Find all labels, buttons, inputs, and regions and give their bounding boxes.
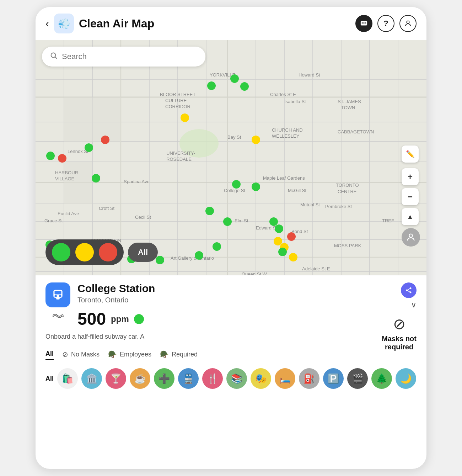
cat-parking[interactable]: 🅿️ [323, 368, 344, 389]
header-icons: ? [355, 15, 417, 32]
svg-rect-40 [56, 298, 60, 300]
header: ‹ 💨 Clean Air Map ? [36, 7, 426, 40]
tab-employees-label: Employees [120, 351, 151, 358]
map-dot-19[interactable] [269, 217, 278, 226]
cat-theater[interactable]: 🎭 [251, 368, 271, 389]
air-quality-icon [52, 310, 64, 321]
tab-required-label: Required [172, 351, 198, 358]
chat-button[interactable] [355, 15, 372, 32]
tab-all-label: All [45, 350, 54, 358]
map-dot-23[interactable] [287, 232, 296, 241]
svg-point-30 [179, 129, 219, 158]
station-actions: ∨ ⊘ Masks notrequired [382, 282, 417, 351]
map-dot-25[interactable] [289, 253, 297, 261]
svg-line-44 [408, 291, 410, 292]
map-dot-3[interactable] [207, 81, 216, 90]
map-dot-17[interactable] [195, 251, 203, 260]
user-button[interactable] [399, 15, 417, 32]
map-dot-8[interactable] [252, 136, 260, 144]
zoom-in-button[interactable]: + [402, 168, 419, 185]
cat-government[interactable]: 🏛️ [81, 368, 102, 389]
svg-point-43 [410, 291, 412, 293]
zoom-out-button[interactable]: − [402, 188, 419, 205]
svg-rect-1 [362, 22, 363, 23]
cat-park[interactable]: 🌲 [371, 368, 392, 389]
svg-line-45 [408, 289, 410, 290]
map-controls: ✏️ + − ▲ [402, 146, 420, 247]
map-dot-1[interactable] [240, 82, 249, 91]
map-dot-5[interactable] [101, 136, 109, 144]
cat-cinema[interactable]: 🎬 [347, 368, 368, 389]
search-bar[interactable] [42, 47, 205, 67]
traffic-light[interactable] [45, 239, 124, 265]
map-dot-0[interactable] [230, 74, 239, 83]
map-user-avatar[interactable] [402, 228, 420, 247]
svg-line-34 [55, 57, 57, 59]
share-button[interactable] [401, 282, 417, 298]
svg-rect-31 [64, 97, 121, 142]
map-dot-9[interactable] [92, 174, 100, 183]
svg-point-38 [59, 295, 61, 297]
help-button[interactable]: ? [377, 15, 394, 32]
filter-yellow[interactable] [75, 243, 94, 261]
filter-tabs: All ⊘ No Masks 🪖 Employees 🪖 Required [45, 345, 417, 363]
map-dot-6[interactable] [58, 154, 66, 163]
cat-cafe[interactable]: ☕ [130, 368, 150, 389]
edit-button[interactable]: ✏️ [402, 146, 419, 163]
cat-medical[interactable]: ➕ [154, 368, 174, 389]
svg-point-41 [410, 287, 412, 289]
tab-employees[interactable]: 🪖 Employees [108, 350, 151, 360]
cat-transit[interactable]: 🚆 [178, 368, 199, 389]
filter-all-button[interactable]: All [128, 243, 158, 262]
svg-point-42 [406, 290, 408, 291]
svg-point-37 [55, 295, 57, 297]
compass-button[interactable]: ▲ [402, 208, 419, 225]
cat-gas[interactable]: ⛽ [299, 368, 319, 389]
cat-library[interactable]: 📚 [226, 368, 247, 389]
cat-hotel[interactable]: 🛏️ [275, 368, 295, 389]
svg-rect-2 [363, 22, 365, 23]
map-dot-24[interactable] [278, 248, 287, 256]
no-masks-icon: ⊘ [62, 350, 68, 359]
category-row: All 🛍️ 🏛️ 🍸 ☕ ➕ 🚆 🍴 [45, 363, 417, 395]
map-dot-11[interactable] [252, 183, 260, 191]
map-dot-2[interactable] [181, 113, 189, 122]
tab-all[interactable]: All [45, 350, 54, 360]
station-name: College Station [77, 282, 417, 295]
cat-all-label: All [45, 375, 54, 382]
tab-no-masks[interactable]: ⊘ No Masks [62, 350, 100, 360]
map-dot-7[interactable] [46, 152, 55, 160]
cat-bar[interactable]: 🍸 [106, 368, 126, 389]
map-dot-4[interactable] [85, 143, 93, 152]
station-card: College Station Toronto, Ontario 500 ppm… [36, 275, 426, 395]
map-dot-12[interactable] [205, 207, 214, 215]
mask-label: Masks notrequired [382, 335, 417, 351]
search-input[interactable] [62, 52, 198, 61]
station-details: College Station Toronto, Ontario 500 ppm [77, 282, 417, 329]
station-icon [45, 282, 70, 307]
filter-green[interactable] [52, 243, 70, 261]
svg-rect-39 [55, 291, 61, 295]
cat-shopping[interactable]: 🛍️ [57, 368, 78, 389]
map-dot-18[interactable] [213, 242, 221, 251]
svg-point-33 [51, 53, 56, 58]
employees-icon: 🪖 [108, 350, 117, 359]
map-container[interactable]: YORKVILLEHoward StBLOOR STREETCULTURECOR… [36, 40, 426, 275]
filter-bar: All [45, 239, 158, 265]
svg-point-35 [409, 234, 412, 237]
expand-button[interactable]: ∨ [411, 300, 417, 310]
station-icon-wrap [45, 282, 70, 321]
cat-all[interactable]: All [45, 375, 54, 382]
no-mask-icon: ⊘ [393, 315, 405, 333]
cat-nightlife[interactable]: 🌙 [396, 368, 416, 389]
back-button[interactable]: ‹ [45, 17, 49, 30]
filter-red[interactable] [99, 243, 117, 261]
map-dot-20[interactable] [275, 224, 283, 233]
map-dot-13[interactable] [223, 217, 232, 226]
air-quality-dot [134, 314, 144, 324]
cat-restaurant[interactable]: 🍴 [202, 368, 223, 389]
svg-rect-32 [64, 162, 92, 204]
mask-info: ⊘ Masks notrequired [382, 315, 417, 351]
tab-required[interactable]: 🪖 Required [160, 350, 198, 360]
map-dot-10[interactable] [232, 180, 241, 189]
